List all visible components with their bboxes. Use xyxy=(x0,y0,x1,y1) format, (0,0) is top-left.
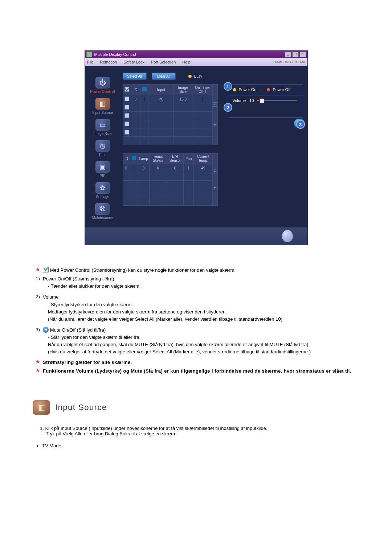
power-status-led-icon xyxy=(134,166,134,171)
item3-line-c: (Hvis du vælger at fortryde det valgte e… xyxy=(43,348,359,356)
pip-icon: ▣ xyxy=(95,161,110,173)
insrc-step-1b: Tryk på Vælg Alle eller brug Dialog Boks… xyxy=(40,431,359,436)
row-checkbox[interactable] xyxy=(124,122,129,126)
image-size-icon: ▭ xyxy=(95,119,110,131)
power-panel: Power On Power Off xyxy=(229,84,303,95)
window-title: Multiple Display Control xyxy=(94,52,285,57)
power-col-icon xyxy=(131,156,136,161)
input-source-icon: ◧ xyxy=(95,98,110,110)
time-icon: ◷ xyxy=(95,140,110,152)
window-titlebar: Multiple Display Control _ □ × xyxy=(85,51,307,58)
sidebar-item-image-size[interactable]: ▭ Image Size xyxy=(93,119,111,136)
item2-title: Volume xyxy=(43,294,359,301)
sidebar: ⏻ Power Control ◧ Input Source ▭ Image S… xyxy=(85,66,121,227)
speaker-inline-icon xyxy=(43,327,49,333)
power-off-led-icon xyxy=(266,88,270,92)
star-icon: ★ xyxy=(35,368,40,375)
scroll-up-button[interactable]: ▴ xyxy=(213,169,217,173)
busy-indicator: Busy xyxy=(188,74,202,78)
list-number-1: 1) xyxy=(33,275,43,290)
volume-label: Volume xyxy=(233,98,246,103)
table-row[interactable]: 0 PC 16:9 xyxy=(123,95,217,103)
scroll-down-button[interactable]: ▾ xyxy=(213,186,217,190)
item2-line-a: - Styrer lydstyrken for den valgte skærm… xyxy=(43,301,359,308)
maximize-button[interactable]: □ xyxy=(292,52,299,57)
select-all-button[interactable]: Select All xyxy=(123,73,147,80)
sidebar-item-time[interactable]: ◷ Time xyxy=(95,140,110,157)
item3-line-b: Når du vælger ét sæt ad gangen, skal du … xyxy=(43,341,359,348)
item3-title: Mute On/Off (Slå lyd til/fra) xyxy=(50,327,106,333)
minimize-button[interactable]: _ xyxy=(285,52,291,57)
row-checkbox[interactable] xyxy=(124,105,129,110)
menu-safety-lock[interactable]: Safety Lock xyxy=(123,60,144,64)
star2-text: Strømstyring gælder for alle skærme. xyxy=(43,360,132,365)
insrc-bullet-tvmode: TV Mode xyxy=(42,443,359,448)
power-control-icon: ⏻ xyxy=(95,77,110,89)
scroll-down-button[interactable]: ▾ xyxy=(213,123,217,127)
alert-icon: ! xyxy=(282,230,293,242)
select-all-checkbox[interactable] xyxy=(124,87,129,92)
volume-value: 10 xyxy=(249,98,254,103)
input-source-heading: Input Source xyxy=(55,403,107,412)
app-icon xyxy=(86,52,92,57)
display-table-status: ID Lamp Temp. Status B/R Sensor Fan Curr… xyxy=(123,153,218,206)
maintenance-icon: 🛠 xyxy=(95,203,110,215)
sidebar-item-settings[interactable]: ✿ Settings xyxy=(95,182,110,199)
callout-3: 3 xyxy=(296,120,305,129)
list-number-2: 2) xyxy=(33,294,43,323)
volume-panel: Volume 10 🔈 3 xyxy=(229,95,303,118)
row-checkbox[interactable] xyxy=(124,97,129,101)
document-body: ★ Med Power Control (Strømforsyning) kan… xyxy=(33,267,359,448)
scroll-up-button[interactable]: ▴ xyxy=(213,102,217,107)
input-source-section: ◧ Input Source xyxy=(33,400,359,415)
item1-title: Power On/Off (Strømstyring til/fra) xyxy=(43,275,359,283)
item1-line-a: - Tænder eller slukker for den valgte sk… xyxy=(43,283,359,290)
window-controls: _ □ × xyxy=(285,52,306,57)
star-icon: ★ xyxy=(35,267,40,274)
brand-text: SAMSUNG DIGITall xyxy=(274,60,305,64)
timer-led-icon xyxy=(202,97,203,102)
display-table-inputs: ID Input Image Size On Timer Off T ▴▾ xyxy=(123,84,218,145)
power-col-icon xyxy=(142,87,147,92)
input-source-large-icon: ◧ xyxy=(33,400,50,415)
row-checkbox[interactable] xyxy=(124,130,129,135)
main-panel: Select All Clear All Busy xyxy=(121,66,307,227)
statusbar: ! xyxy=(85,227,307,245)
star-icon: ★ xyxy=(35,359,40,366)
volume-thumb[interactable] xyxy=(260,98,264,103)
insrc-step-1: 1. Klik på Input Source (Inputkilde) und… xyxy=(40,426,359,431)
menu-help[interactable]: Help xyxy=(182,60,191,64)
sidebar-item-input-source[interactable]: ◧ Input Source xyxy=(92,98,113,115)
item2-line-b: Modtager lydstyrkeværdien for den valgte… xyxy=(43,308,359,316)
busy-led-icon xyxy=(188,74,192,78)
list-number-3: 3) xyxy=(33,327,43,356)
star3-text: Funktionerne Volume (Lydstyrke) og Mute … xyxy=(43,368,351,374)
menu-file[interactable]: File xyxy=(87,60,94,64)
menu-port-selection[interactable]: Port Selection xyxy=(151,60,176,64)
checkbox-icon xyxy=(43,267,49,272)
power-on-led-icon xyxy=(233,88,237,92)
close-button[interactable]: × xyxy=(299,52,306,57)
item3-line-a: - Slår lyden for den valgte skærm til el… xyxy=(43,334,359,341)
table-row[interactable]: 0 0 0 0 1 49 xyxy=(123,164,217,172)
item2-line-c: (Når du annullerer det valgte eller vælg… xyxy=(43,316,359,323)
menu-remocon[interactable]: Remocon xyxy=(100,60,117,64)
power-off-button[interactable]: Power Off xyxy=(266,87,290,92)
volume-slider[interactable] xyxy=(257,100,297,101)
sidebar-item-pip[interactable]: ▣ PIP xyxy=(95,161,110,178)
sidebar-item-power-control[interactable]: ⏻ Power Control xyxy=(90,77,115,94)
clear-all-button[interactable]: Clear All xyxy=(152,73,176,80)
intro-text: Med Power Control (Strømforsyning) kan d… xyxy=(50,267,236,273)
power-on-button[interactable]: Power On xyxy=(233,87,257,92)
sidebar-item-maintenance[interactable]: 🛠 Maintenance xyxy=(92,203,113,220)
settings-icon: ✿ xyxy=(95,182,110,194)
menubar: File Remocon Safety Lock Port Selection … xyxy=(85,58,307,66)
row-checkbox[interactable] xyxy=(124,113,129,118)
app-window: Multiple Display Control _ □ × File Remo… xyxy=(85,51,307,245)
power-status-led-icon xyxy=(144,97,145,102)
